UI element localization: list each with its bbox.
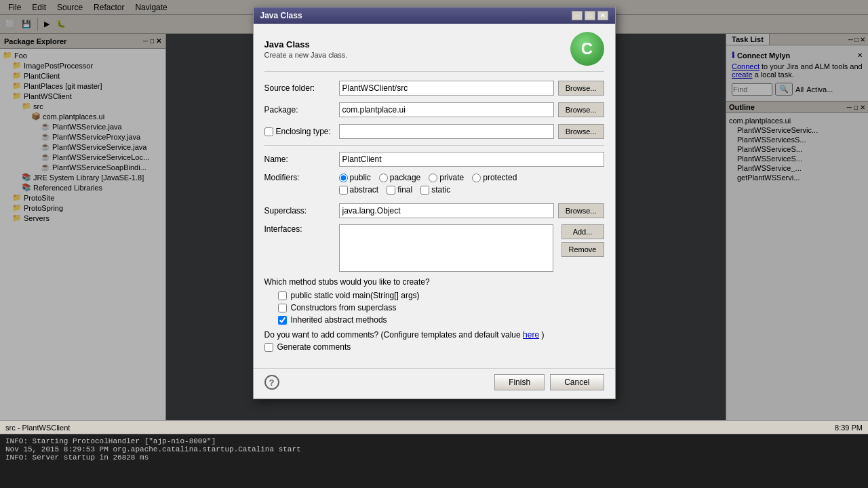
stub-row-inherited: Inherited abstract methods (264, 315, 604, 325)
stub-main-label: public static void main(String[] args) (291, 291, 420, 300)
source-folder-browse-button[interactable]: Browse... (558, 81, 604, 96)
time-display: 8:39 PM (835, 424, 863, 432)
enclosing-type-label: Enclosing type: (276, 127, 331, 136)
dialog-minimize-button[interactable]: ─ (572, 11, 583, 20)
add-interface-button[interactable]: Add... (561, 224, 604, 239)
modifiers-row: Modifiers: public package private (264, 173, 604, 197)
interfaces-label: Interfaces: (264, 224, 339, 234)
dialog-overlay: Java Class ─ □ ✕ Java Class Create a new… (0, 0, 868, 488)
console-panel: INFO: Starting ProtocolHandler ["ajp-nio… (0, 434, 868, 488)
console-line-2: Nov 15, 2015 8:29:53 PM org.apache.catal… (5, 445, 863, 453)
modifier-static[interactable]: static (420, 185, 450, 195)
cancel-button[interactable]: Cancel (550, 374, 604, 390)
java-class-dialog: Java Class ─ □ ✕ Java Class Create a new… (253, 7, 616, 399)
modifiers-area: public package private protected (339, 173, 604, 197)
name-row: Name: (264, 151, 604, 167)
generate-comments-label: Generate comments (277, 342, 351, 352)
enclosing-type-row: Enclosing type: Browse... (264, 123, 604, 140)
source-folder-input[interactable] (339, 81, 554, 96)
stubs-title: Which method stubs would you like to cre… (264, 277, 604, 287)
superclass-browse-button[interactable]: Browse... (558, 203, 604, 218)
superclass-label: Superclass: (264, 206, 339, 216)
stubs-section: Which method stubs would you like to cre… (264, 277, 604, 325)
dialog-main-title: Java Class (264, 39, 348, 49)
modifier-private[interactable]: private (429, 173, 464, 182)
dialog-footer: ? Finish Cancel (254, 368, 615, 399)
source-folder-row: Source folder: Browse... (264, 80, 604, 96)
package-row: Package: Browse... (264, 102, 604, 118)
dialog-close-button[interactable]: ✕ (597, 11, 608, 20)
generate-comments-row: Generate comments (264, 342, 604, 352)
superclass-row: Superclass: Browse... (264, 203, 604, 219)
stub-constructors-label: Constructors from superclass (291, 303, 397, 312)
modifier-final[interactable]: final (387, 185, 412, 195)
comments-text: Do you want to add comments? (Configure … (264, 330, 604, 340)
help-button[interactable]: ? (264, 375, 279, 390)
dialog-titlebar: Java Class ─ □ ✕ (254, 7, 615, 24)
interfaces-buttons: Add... Remove (557, 224, 604, 257)
package-label: Package: (264, 105, 339, 115)
dialog-maximize-button[interactable]: □ (585, 11, 595, 20)
stub-row-constructors: Constructors from superclass (264, 303, 604, 312)
enclosing-type-browse-button[interactable]: Browse... (558, 124, 604, 139)
modifier-protected[interactable]: protected (472, 173, 517, 182)
generate-comments-checkbox[interactable] (264, 343, 273, 352)
interfaces-box[interactable] (339, 224, 553, 272)
finish-button[interactable]: Finish (494, 374, 545, 390)
stub-inherited-checkbox[interactable] (278, 316, 287, 325)
comments-section: Do you want to add comments? (Configure … (264, 330, 604, 352)
name-input[interactable] (339, 152, 604, 167)
console-line-1: INFO: Starting ProtocolHandler ["ajp-nio… (5, 437, 863, 445)
package-input[interactable] (339, 102, 554, 117)
dialog-header-text-area: Java Class Create a new Java class. (264, 39, 348, 59)
enclosing-type-input[interactable] (339, 124, 554, 139)
dialog-title: Java Class (260, 11, 302, 20)
dialog-subtitle: Create a new Java class. (264, 51, 348, 59)
separator-1 (264, 145, 604, 146)
package-browse-button[interactable]: Browse... (558, 102, 604, 117)
enclosing-type-checkbox[interactable] (264, 127, 273, 136)
console-line-3: INFO: Server startup in 26828 ms (5, 453, 863, 462)
modifier-package[interactable]: package (379, 173, 420, 182)
access-modifiers-row: public package private protected (339, 173, 604, 182)
source-folder-label: Source folder: (264, 83, 339, 93)
status-bar: src - PlantWSClient 8:39 PM (0, 420, 868, 434)
stub-inherited-label: Inherited abstract methods (291, 315, 387, 325)
other-modifiers-row: abstract final static (339, 185, 604, 195)
enclosing-type-label-area: Enclosing type: (264, 127, 339, 136)
stub-main-checkbox[interactable] (278, 291, 287, 300)
dialog-header: Java Class Create a new Java class. C (264, 32, 604, 72)
modifiers-label: Modifiers: (264, 173, 339, 182)
here-link[interactable]: here (523, 330, 539, 340)
status-text: src - PlantWSClient (5, 424, 70, 432)
dialog-content: Java Class Create a new Java class. C So… (254, 24, 615, 363)
stub-constructors-checkbox[interactable] (278, 304, 287, 312)
name-label: Name: (264, 155, 339, 164)
stub-row-main: public static void main(String[] args) (264, 291, 604, 300)
superclass-input[interactable] (339, 203, 554, 218)
modifier-abstract[interactable]: abstract (339, 185, 379, 195)
java-icon: C (570, 32, 604, 66)
interfaces-row: Interfaces: Add... Remove (264, 224, 604, 272)
modifier-public[interactable]: public (339, 173, 371, 182)
remove-interface-button[interactable]: Remove (561, 242, 604, 257)
dialog-titlebar-buttons: ─ □ ✕ (572, 11, 608, 20)
